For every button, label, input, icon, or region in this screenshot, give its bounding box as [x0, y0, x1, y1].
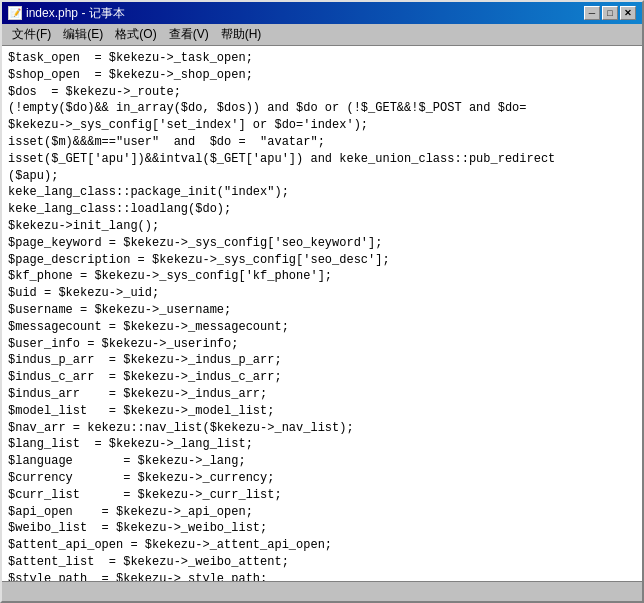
menu-item-file[interactable]: 文件(F): [6, 24, 57, 45]
code-line: $kf_phone = $kekezu->_sys_config['kf_pho…: [8, 268, 636, 285]
menu-item-edit[interactable]: 编辑(E): [57, 24, 109, 45]
menu-bar: 文件(F)编辑(E)格式(O)查看(V)帮助(H): [2, 24, 642, 46]
menu-item-view[interactable]: 查看(V): [163, 24, 215, 45]
code-line: keke_lang_class::package_init("index");: [8, 184, 636, 201]
maximize-button[interactable]: □: [602, 6, 618, 20]
menu-item-help[interactable]: 帮助(H): [215, 24, 268, 45]
code-line: $kekezu->_sys_config['set_index'] or $do…: [8, 117, 636, 134]
code-line: ($apu);: [8, 168, 636, 185]
code-line: keke_lang_class::loadlang($do);: [8, 201, 636, 218]
code-line: $indus_p_arr = $kekezu->_indus_p_arr;: [8, 352, 636, 369]
code-line: $language = $kekezu->_lang;: [8, 453, 636, 470]
code-line: $task_open = $kekezu->_task_open;: [8, 50, 636, 67]
title-bar: 📝 index.php - 记事本 ─ □ ✕: [2, 2, 642, 24]
code-line: $weibo_list = $kekezu->_weibo_list;: [8, 520, 636, 537]
status-bar: [2, 581, 642, 601]
app-icon: 📝: [8, 6, 22, 20]
code-line: $style_path = $kekezu->_style_path;: [8, 571, 636, 581]
code-line: $dos = $kekezu->_route;: [8, 84, 636, 101]
close-button[interactable]: ✕: [620, 6, 636, 20]
code-line: $shop_open = $kekezu->_shop_open;: [8, 67, 636, 84]
code-line: $api_open = $kekezu->_api_open;: [8, 504, 636, 521]
code-line: $page_description = $kekezu->_sys_config…: [8, 252, 636, 269]
menu-item-format[interactable]: 格式(O): [109, 24, 162, 45]
code-line: $user_info = $kekezu->_userinfo;: [8, 336, 636, 353]
code-line: (!empty($do)&& in_array($do, $dos)) and …: [8, 100, 636, 117]
title-buttons: ─ □ ✕: [584, 6, 636, 20]
code-line: $lang_list = $kekezu->_lang_list;: [8, 436, 636, 453]
code-line: $nav_arr = kekezu::nav_list($kekezu->_na…: [8, 420, 636, 437]
notepad-window: 📝 index.php - 记事本 ─ □ ✕ 文件(F)编辑(E)格式(O)查…: [0, 0, 644, 603]
window-title: index.php - 记事本: [26, 5, 125, 22]
code-line: isset($m)&&&m=="user" and $do = "avatar"…: [8, 134, 636, 151]
code-line: $username = $kekezu->_username;: [8, 302, 636, 319]
code-line: $currency = $kekezu->_currency;: [8, 470, 636, 487]
code-line: $messagecount = $kekezu->_messagecount;: [8, 319, 636, 336]
code-line: $curr_list = $kekezu->_curr_list;: [8, 487, 636, 504]
code-line: $indus_arr = $kekezu->_indus_arr;: [8, 386, 636, 403]
code-line: $kekezu->init_lang();: [8, 218, 636, 235]
code-line: $attent_list = $kekezu->_weibo_attent;: [8, 554, 636, 571]
editor-area: $task_open = $kekezu->_task_open;$shop_o…: [2, 46, 642, 581]
code-line: $model_list = $kekezu->_model_list;: [8, 403, 636, 420]
code-line: $attent_api_open = $kekezu->_attent_api_…: [8, 537, 636, 554]
code-line: $page_keyword = $kekezu->_sys_config['se…: [8, 235, 636, 252]
code-editor[interactable]: $task_open = $kekezu->_task_open;$shop_o…: [2, 46, 642, 581]
title-bar-left: 📝 index.php - 记事本: [8, 5, 125, 22]
code-line: $uid = $kekezu->_uid;: [8, 285, 636, 302]
minimize-button[interactable]: ─: [584, 6, 600, 20]
code-content[interactable]: $task_open = $kekezu->_task_open;$shop_o…: [2, 46, 642, 581]
code-line: $indus_c_arr = $kekezu->_indus_c_arr;: [8, 369, 636, 386]
code-line: isset($_GET['apu'])&&intval($_GET['apu']…: [8, 151, 636, 168]
